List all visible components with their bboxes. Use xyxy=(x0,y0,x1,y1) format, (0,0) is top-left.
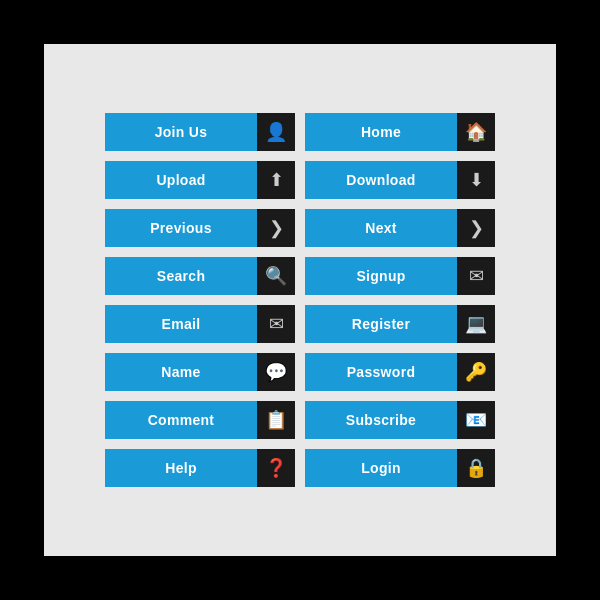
join-us-button[interactable]: Join Us👤 xyxy=(105,113,295,151)
next-button-icon: ❯ xyxy=(457,209,495,247)
search-button[interactable]: Search🔍 xyxy=(105,257,295,295)
help-button-label: Help xyxy=(105,449,257,487)
name-button[interactable]: Name💬 xyxy=(105,353,295,391)
subscribe-button-label: Subscribe xyxy=(305,401,457,439)
signup-button-icon: ✉ xyxy=(457,257,495,295)
name-button-label: Name xyxy=(105,353,257,391)
signup-button[interactable]: Signup✉ xyxy=(305,257,495,295)
subscribe-button-icon: 📧 xyxy=(457,401,495,439)
login-button-label: Login xyxy=(305,449,457,487)
comment-button-icon: 📋 xyxy=(257,401,295,439)
email-button-label: Email xyxy=(105,305,257,343)
upload-button-label: Upload xyxy=(105,161,257,199)
register-button[interactable]: Register💻 xyxy=(305,305,495,343)
home-button-label: Home xyxy=(305,113,457,151)
subscribe-button[interactable]: Subscribe📧 xyxy=(305,401,495,439)
download-button-icon: ⬇ xyxy=(457,161,495,199)
help-button-icon: ❓ xyxy=(257,449,295,487)
help-button[interactable]: Help❓ xyxy=(105,449,295,487)
signup-button-label: Signup xyxy=(305,257,457,295)
password-button-icon: 🔑 xyxy=(457,353,495,391)
outer-frame: Join Us👤Home🏠Upload⬆Download⬇Previous❯Ne… xyxy=(30,30,570,570)
previous-button[interactable]: Previous❯ xyxy=(105,209,295,247)
password-button[interactable]: Password🔑 xyxy=(305,353,495,391)
next-button-label: Next xyxy=(305,209,457,247)
register-button-icon: 💻 xyxy=(457,305,495,343)
search-button-icon: 🔍 xyxy=(257,257,295,295)
inner-panel: Join Us👤Home🏠Upload⬆Download⬇Previous❯Ne… xyxy=(44,44,556,556)
comment-button-label: Comment xyxy=(105,401,257,439)
password-button-label: Password xyxy=(305,353,457,391)
join-us-button-icon: 👤 xyxy=(257,113,295,151)
email-button[interactable]: Email✉ xyxy=(105,305,295,343)
register-button-label: Register xyxy=(305,305,457,343)
previous-button-label: Previous xyxy=(105,209,257,247)
email-button-icon: ✉ xyxy=(257,305,295,343)
join-us-button-label: Join Us xyxy=(105,113,257,151)
upload-button[interactable]: Upload⬆ xyxy=(105,161,295,199)
previous-button-icon: ❯ xyxy=(257,209,295,247)
download-button-label: Download xyxy=(305,161,457,199)
search-button-label: Search xyxy=(105,257,257,295)
login-button[interactable]: Login🔒 xyxy=(305,449,495,487)
comment-button[interactable]: Comment📋 xyxy=(105,401,295,439)
next-button[interactable]: Next❯ xyxy=(305,209,495,247)
download-button[interactable]: Download⬇ xyxy=(305,161,495,199)
name-button-icon: 💬 xyxy=(257,353,295,391)
upload-button-icon: ⬆ xyxy=(257,161,295,199)
home-button[interactable]: Home🏠 xyxy=(305,113,495,151)
button-grid: Join Us👤Home🏠Upload⬆Download⬇Previous❯Ne… xyxy=(85,93,515,507)
home-button-icon: 🏠 xyxy=(457,113,495,151)
login-button-icon: 🔒 xyxy=(457,449,495,487)
